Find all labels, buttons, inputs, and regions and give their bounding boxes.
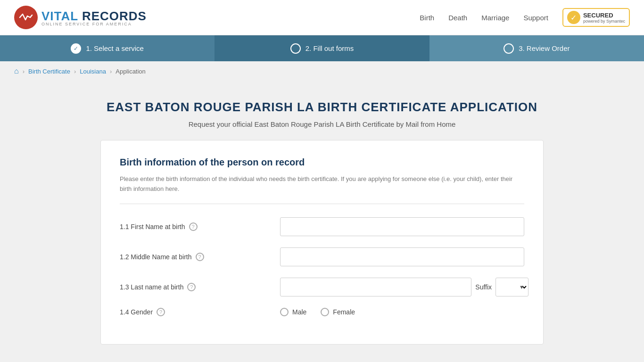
nav-support[interactable]: Support bbox=[523, 14, 548, 22]
form-section-title: Birth information of the person on recor… bbox=[120, 157, 524, 168]
step-2-circle bbox=[290, 43, 301, 54]
suffix-select[interactable]: Jr. Sr. II III IV bbox=[495, 278, 528, 296]
gender-female-radio[interactable] bbox=[321, 308, 329, 316]
main-content: EAST BATON ROUGE PARISH LA BIRTH CERTIFI… bbox=[0, 81, 644, 362]
gender-input-area: Male Female bbox=[280, 308, 524, 316]
suffix-label: Suffix bbox=[475, 283, 492, 291]
page-title: EAST BATON ROUGE PARISH LA BIRTH CERTIFI… bbox=[14, 100, 630, 115]
breadcrumb-home-link[interactable]: ⌂ bbox=[14, 67, 19, 75]
form-divider bbox=[120, 204, 524, 204]
norton-powered-text: powered by Symantec bbox=[583, 19, 625, 24]
gender-options: Male Female bbox=[280, 308, 524, 316]
gender-male-radio[interactable] bbox=[280, 308, 289, 316]
nav-marriage[interactable]: Marriage bbox=[481, 14, 509, 22]
logo-text-area: VITAL RECORDS ONLINE SERVICE FOR AMERICA bbox=[41, 9, 147, 26]
form-row-last-name: 1.3 Last name at birth ? Suffix Jr. Sr. … bbox=[120, 278, 524, 296]
norton-badge: ✓ SECURED powered by Symantec bbox=[562, 8, 630, 27]
middle-name-label: 1.2 Middle Name at birth ? bbox=[120, 253, 271, 261]
gender-label: 1.4 Gender ? bbox=[120, 308, 271, 316]
logo-area: VITAL RECORDS ONLINE SERVICE FOR AMERICA bbox=[14, 6, 147, 29]
main-nav: Birth Death Marriage Support ✓ SECURED p… bbox=[420, 8, 630, 27]
breadcrumb: ⌂ › Birth Certificate › Louisiana › Appl… bbox=[0, 61, 644, 81]
form-row-gender: 1.4 Gender ? Male Female bbox=[120, 308, 524, 316]
middle-name-input-area bbox=[280, 247, 524, 266]
gender-male-option[interactable]: Male bbox=[280, 308, 306, 316]
gender-help-icon[interactable]: ? bbox=[157, 308, 165, 316]
first-name-label: 1.1 First Name at birth ? bbox=[120, 222, 271, 231]
nav-birth[interactable]: Birth bbox=[420, 14, 434, 22]
logo-subtext: ONLINE SERVICE FOR AMERICA bbox=[41, 22, 147, 26]
gender-male-label: Male bbox=[292, 308, 306, 316]
form-row-middle-name: 1.2 Middle Name at birth ? bbox=[120, 247, 524, 266]
norton-check-icon: ✓ bbox=[567, 11, 580, 24]
progress-step-2: 2. Fill out forms bbox=[215, 35, 429, 61]
step-1-circle: ✓ bbox=[71, 43, 81, 54]
last-name-help-icon[interactable]: ? bbox=[187, 283, 196, 291]
norton-text-area: SECURED powered by Symantec bbox=[583, 12, 625, 24]
middle-name-input[interactable] bbox=[280, 247, 524, 266]
last-name-with-suffix: Suffix Jr. Sr. II III IV ▼ bbox=[280, 278, 524, 296]
first-name-input[interactable] bbox=[280, 217, 524, 236]
logo-text: VITAL RECORDS bbox=[41, 9, 147, 24]
progress-bar: ✓ 1. Select a service 2. Fill out forms … bbox=[0, 35, 644, 61]
last-name-input-area: Suffix Jr. Sr. II III IV ▼ bbox=[280, 278, 524, 296]
breadcrumb-birth-certificate[interactable]: Birth Certificate bbox=[28, 68, 70, 75]
breadcrumb-sep-1: › bbox=[23, 68, 25, 75]
breadcrumb-state[interactable]: Louisiana bbox=[80, 68, 106, 75]
step-2-label: 2. Fill out forms bbox=[305, 44, 354, 52]
step-3-label: 3. Review Order bbox=[519, 44, 570, 52]
step-3-circle bbox=[504, 43, 514, 54]
progress-step-1: ✓ 1. Select a service bbox=[0, 35, 215, 61]
form-card: Birth information of the person on recor… bbox=[100, 140, 544, 345]
first-name-help-icon[interactable]: ? bbox=[189, 222, 198, 231]
page-subtitle: Request your official East Baton Rouge P… bbox=[14, 120, 630, 128]
logo-icon bbox=[14, 6, 38, 29]
middle-name-help-icon[interactable]: ? bbox=[196, 253, 204, 261]
breadcrumb-current: Application bbox=[116, 68, 146, 75]
form-row-first-name: 1.1 First Name at birth ? bbox=[120, 217, 524, 236]
breadcrumb-sep-2: › bbox=[74, 68, 76, 75]
gender-female-option[interactable]: Female bbox=[321, 308, 355, 316]
gender-female-label: Female bbox=[333, 308, 355, 316]
last-name-input[interactable] bbox=[280, 278, 471, 296]
site-header: VITAL RECORDS ONLINE SERVICE FOR AMERICA… bbox=[0, 0, 644, 35]
form-section-desc: Please enter the birth information of th… bbox=[120, 174, 524, 194]
nav-death[interactable]: Death bbox=[448, 14, 467, 22]
norton-secured-text: SECURED bbox=[583, 12, 625, 19]
last-name-label: 1.3 Last name at birth ? bbox=[120, 283, 271, 291]
first-name-input-area bbox=[280, 217, 524, 236]
home-icon: ⌂ bbox=[14, 67, 19, 75]
breadcrumb-sep-3: › bbox=[110, 68, 112, 75]
step-1-label: 1. Select a service bbox=[86, 44, 144, 52]
progress-step-3: 3. Review Order bbox=[429, 35, 644, 61]
